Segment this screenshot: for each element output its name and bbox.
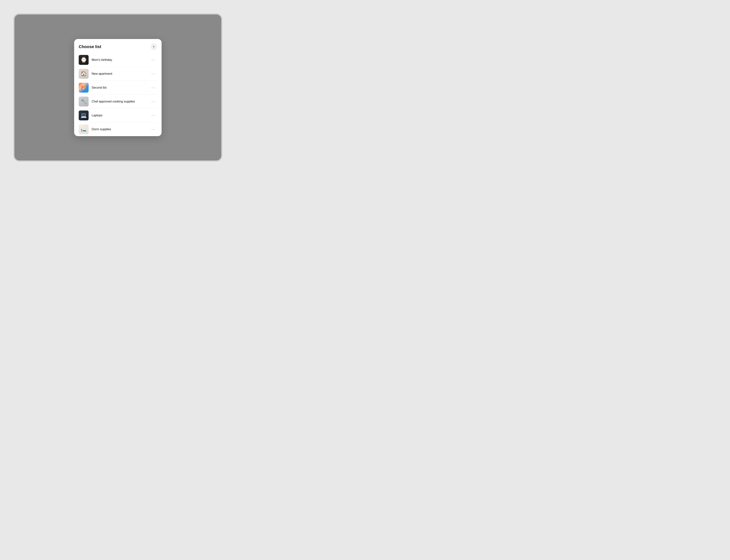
item-thumbnail-second-list <box>79 83 89 93</box>
item-name-moms-birthday: Mom's birthday <box>92 58 150 62</box>
item-more-new-apartment[interactable]: ··· <box>150 71 157 76</box>
item-more-chef-cooking[interactable]: ··· <box>150 99 157 104</box>
item-thumbnail-dorm-supplies <box>79 124 89 134</box>
item-name-second-list: Second list <box>92 86 150 89</box>
item-thumbnail-new-apartment <box>79 69 89 79</box>
item-name-dorm-supplies: Dorm supplies <box>92 128 150 131</box>
modal-overlay: Choose list × Mom's birthday ··· New apa… <box>14 14 221 160</box>
item-more-dorm-supplies[interactable]: ··· <box>150 127 157 132</box>
list-item[interactable]: Chef approved cooking supplies ··· <box>74 95 162 108</box>
modal-header: Choose list × <box>74 39 162 53</box>
list-item[interactable]: Second list ··· <box>74 81 162 95</box>
close-button[interactable]: × <box>151 44 157 50</box>
list-container: Mom's birthday ··· New apartment ··· Sec… <box>74 53 162 136</box>
choose-list-modal: Choose list × Mom's birthday ··· New apa… <box>74 39 162 136</box>
list-item[interactable]: Dorm supplies ··· <box>74 122 162 136</box>
screen-container: Choose list × Mom's birthday ··· New apa… <box>13 13 223 162</box>
item-more-second-list[interactable]: ··· <box>150 85 157 90</box>
item-thumbnail-laptops <box>79 110 89 120</box>
item-name-laptops: Laptops <box>92 114 150 117</box>
item-thumbnail-chef-cooking <box>79 97 89 106</box>
list-item[interactable]: Mom's birthday ··· <box>74 53 162 67</box>
item-name-new-apartment: New apartment <box>92 72 150 75</box>
list-item[interactable]: Laptops ··· <box>74 109 162 122</box>
list-item[interactable]: New apartment ··· <box>74 67 162 81</box>
item-thumbnail-moms-birthday <box>79 55 89 65</box>
item-more-moms-birthday[interactable]: ··· <box>150 57 157 62</box>
item-more-laptops[interactable]: ··· <box>150 113 157 118</box>
item-name-chef-cooking: Chef approved cooking supplies <box>92 100 150 103</box>
modal-title: Choose list <box>79 44 101 49</box>
